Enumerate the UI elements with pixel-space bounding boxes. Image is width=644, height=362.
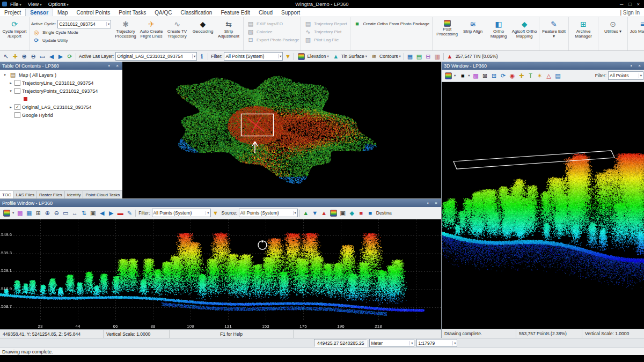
filter-funnel-icon[interactable]: ▼: [211, 209, 220, 217]
layers-3d-icon[interactable]: ▤: [554, 71, 562, 80]
map-2d-view[interactable]: [122, 62, 441, 198]
trajectory-report-button[interactable]: ▤Trajectory Report: [303, 20, 348, 27]
close-icon[interactable]: ×: [636, 63, 642, 68]
layer-row-trajectoryline-c231012-093754[interactable]: ▸TrajectoryLine_C231012_093754: [0, 79, 122, 87]
zoom-out-icon[interactable]: ⊖: [52, 209, 61, 217]
tin-indicator-icon[interactable]: ▲: [445, 52, 454, 61]
select-tool-icon[interactable]: ↖: [2, 52, 10, 61]
ribbon-tab-classification[interactable]: Classification: [176, 9, 216, 16]
geocoding-icon[interactable]: ◆: [199, 20, 207, 29]
blue-square-icon[interactable]: ■: [366, 209, 375, 217]
stats-view-icon[interactable]: ▤: [415, 52, 423, 61]
expander-icon[interactable]: ▾: [9, 89, 13, 93]
ortho-mapping-button[interactable]: ◧Ortho Mapping: [486, 18, 511, 39]
layer-checkbox[interactable]: [14, 88, 20, 94]
zoom-in-icon[interactable]: ⊕: [43, 209, 52, 217]
palette-icon[interactable]: ▩: [16, 209, 24, 217]
expander-icon[interactable]: ▾: [3, 73, 7, 77]
add-data-icon[interactable]: ✚: [11, 52, 19, 61]
close-icon[interactable]: ×: [114, 63, 120, 68]
active-cycle-select[interactable]: C231012_093754 ▾: [57, 20, 111, 28]
ribbon-tab-control-points[interactable]: Control Points: [72, 9, 114, 16]
ribbon-tab-cloud[interactable]: Cloud: [254, 9, 277, 16]
refresh-icon[interactable]: ⟳: [65, 52, 74, 61]
colorize-icon[interactable]: ▧: [246, 27, 255, 36]
classify-down-icon[interactable]: ▼: [311, 209, 319, 217]
3d-point-cloud-view[interactable]: [442, 82, 644, 329]
single-cycle-mode-button[interactable]: ◎ Single Cycle Mode: [31, 28, 113, 36]
utilities-button[interactable]: ⊙ Utilities ▾: [600, 18, 626, 34]
layer-checkbox[interactable]: ✓: [14, 104, 20, 110]
maximize-icon[interactable]: □: [628, 2, 631, 7]
identify-tool-icon[interactable]: ℹ: [197, 52, 206, 61]
elevation-display-button[interactable]: Elevation▾: [296, 53, 330, 60]
rotate-view-icon[interactable]: ⟳: [499, 71, 508, 80]
measure-3d-icon[interactable]: ✚: [517, 71, 526, 80]
close-icon[interactable]: ×: [433, 201, 439, 205]
export-photo-package-button[interactable]: ⊟Export Photo Package: [245, 36, 301, 43]
strip-adjustment-icon[interactable]: ⇆: [224, 20, 233, 29]
trajectory-plot-icon[interactable]: ∿: [304, 27, 312, 36]
zoom-in-icon[interactable]: ⊕: [20, 52, 28, 61]
contours-display-icon[interactable]: ≋: [370, 52, 378, 61]
cycle-import-export-button[interactable]: ⟳ Cycle Import /Export: [2, 18, 27, 39]
agisoft-ortho-mapping-button[interactable]: ◆Agisoft Ortho Mapping: [511, 18, 537, 39]
layer-checkbox[interactable]: [14, 80, 20, 86]
prev-segment-icon[interactable]: ◀: [98, 209, 106, 217]
select-box-icon[interactable]: ▣: [339, 209, 347, 217]
classify-up-icon[interactable]: ▲: [302, 209, 310, 217]
point-color-mode-icon[interactable]: [3, 210, 10, 217]
contours-display-button[interactable]: ≋Contours▾: [369, 52, 402, 61]
titlebar-menu-file[interactable]: File ▾: [10, 1, 21, 7]
close-icon[interactable]: ×: [637, 2, 640, 7]
active-las-layer-select[interactable]: Original_LAS_C231012_093754▾: [115, 52, 197, 61]
class-palette-icon[interactable]: [330, 210, 337, 217]
ribbon-tab-sensor[interactable]: Sensor: [25, 9, 53, 16]
map-scale-select[interactable]: 1:17979 ▾: [416, 339, 457, 347]
titlebar-menu-view[interactable]: View ▾: [28, 1, 42, 7]
profile-point-cloud-view[interactable]: [0, 219, 441, 329]
tin-surface-display-icon[interactable]: ▲: [332, 52, 340, 61]
minimize-icon[interactable]: ─: [620, 2, 623, 7]
axes-icon[interactable]: ✶: [536, 71, 544, 80]
orbit-icon[interactable]: ◉: [508, 71, 517, 80]
ortho-mapping-icon[interactable]: ◧: [494, 20, 503, 29]
post-processing-button[interactable]: Post Processing: [434, 18, 460, 39]
point-color-mode-icon[interactable]: [445, 72, 452, 79]
geocoding-button[interactable]: ◆Geocoding: [190, 18, 216, 39]
point-grid-icon[interactable]: ▦: [406, 52, 414, 61]
edit-points-icon[interactable]: ✎: [125, 209, 134, 217]
ribbon-tab-qa-qc[interactable]: QA/QC: [150, 9, 176, 16]
auto-create-flight-lines-icon[interactable]: ✈: [147, 20, 156, 29]
profile-tool-icon[interactable]: ⊟: [424, 52, 433, 61]
create-ortho-from-photo-package-button[interactable]: ■ Create Ortho From Photo Package: [352, 20, 431, 27]
toc-tab-point-cloud-tasks[interactable]: Point Cloud Tasks: [83, 191, 122, 198]
colorbar-icon[interactable]: ▬: [116, 209, 125, 217]
tin-display-icon[interactable]: △: [545, 71, 553, 80]
archive-manager-button[interactable]: ⊞ Archive Manager: [570, 18, 596, 39]
classify-ground-icon[interactable]: ▲: [320, 209, 328, 217]
trajectory-processing-icon[interactable]: ✱: [121, 20, 130, 29]
toc-tab-raster-files[interactable]: Raster Files: [37, 191, 65, 198]
exif-tags-eo-icon[interactable]: ▤: [246, 19, 255, 28]
post-processing-icon[interactable]: [444, 20, 451, 27]
tree-root-map-all-layers[interactable]: ▾▤Map ( All Layers ): [0, 71, 122, 79]
table-view-icon[interactable]: ▥: [433, 52, 442, 61]
colorize-button[interactable]: ▧Colorize: [245, 28, 301, 35]
elevation-display-icon[interactable]: [298, 53, 305, 60]
ribbon-tab-point-tasks[interactable]: Point Tasks: [114, 9, 150, 16]
feature-edit-button[interactable]: ✎ Feature Edit ▾: [541, 18, 567, 39]
titlebar-menu-options[interactable]: Options ▾: [48, 1, 69, 7]
window-pin-icon[interactable]: ▪: [628, 63, 634, 68]
ribbon-tab-support[interactable]: Support: [277, 9, 304, 16]
zoom-out-icon[interactable]: ⊖: [29, 52, 38, 61]
tin-surface-display-button[interactable]: ▲Tin Surface▾: [331, 52, 368, 61]
background-color-icon[interactable]: ■: [458, 71, 467, 80]
toc-tab-identify[interactable]: Identify: [65, 191, 84, 198]
window-pin-icon[interactable]: ▪: [425, 201, 431, 205]
unit-select[interactable]: Meter ▾: [369, 339, 414, 347]
sign-in-button[interactable]: | Sign In: [620, 10, 644, 16]
trajectory-processing-button[interactable]: ✱Trajectory Processing: [113, 18, 138, 39]
profile-source-select[interactable]: All Points (System)▾: [239, 209, 298, 217]
agisoft-ortho-mapping-icon[interactable]: ◆: [520, 20, 529, 29]
